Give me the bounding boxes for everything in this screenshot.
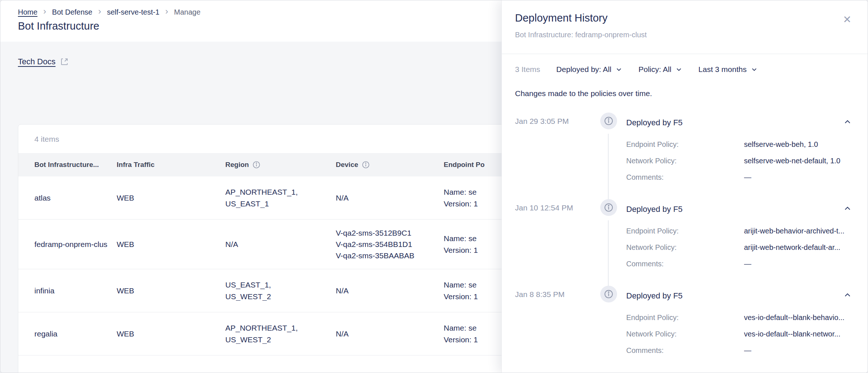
column-header-device[interactable]: Device: [327, 161, 435, 169]
cell-region: US_EAST_1,US_WEST_2: [217, 281, 327, 300]
detail-value: arijit-web-network-default-ar...: [744, 243, 854, 252]
cell-infra-traffic: WEB: [108, 330, 217, 338]
filters-row: 3 Items Deployed by: All Policy: All Las…: [515, 65, 854, 74]
cell-infra-traffic: WEB: [108, 194, 217, 202]
drawer-subtitle: Bot Infrastructure: fedramp-onprem-clust: [515, 31, 854, 39]
chevron-up-icon[interactable]: [842, 290, 853, 302]
detail-label: Endpoint Policy:: [626, 227, 744, 235]
close-icon[interactable]: ✕: [841, 13, 854, 26]
deployment-timeline: Jan 29 3:05 PM Deployed by F5 Endpoint: [515, 113, 854, 372]
entry-details: Endpoint Policy:selfserve-web-beh, 1.0 N…: [626, 129, 854, 199]
entry-details: Endpoint Policy:ves-io-default--blank-be…: [626, 302, 854, 372]
app-window: Home › Bot Defense › self-serve-test-1 ›…: [0, 0, 868, 373]
detail-label: Network Policy:: [626, 330, 744, 338]
detail-value: —: [744, 260, 854, 268]
entry-details: Endpoint Policy:arijit-web-behavior-arch…: [626, 216, 854, 286]
cell-device: V-qa2-sms-3512B9C1V-qa2-sms-354BB1D1V-qa…: [327, 229, 435, 260]
breadcrumb-separator-icon: ›: [165, 7, 168, 16]
entry-timestamp: Jan 8 8:35 PM: [515, 286, 591, 302]
cell-name: infinia: [18, 286, 108, 295]
timeline-entry: Jan 29 3:05 PM Deployed by F5 Endpoint: [515, 113, 854, 199]
chevron-down-icon: [676, 66, 682, 73]
chevron-down-icon: [751, 66, 758, 73]
drawer-body: 3 Items Deployed by: All Policy: All Las…: [502, 54, 868, 372]
detail-value: ves-io-default--blank-networ...: [744, 330, 854, 338]
cell-name: fedramp-onprem-clus: [18, 240, 108, 249]
drawer-header: Deployment History Bot Infrastructure: f…: [502, 0, 868, 54]
drawer-description: Changes made to the policies over time.: [515, 89, 854, 98]
detail-label: Endpoint Policy:: [626, 140, 744, 149]
external-link-icon: [60, 57, 69, 66]
detail-label: Endpoint Policy:: [626, 313, 744, 322]
cell-region: N/A: [217, 240, 327, 249]
info-icon[interactable]: [362, 161, 370, 169]
deployed-by-filter[interactable]: Deployed by: All: [556, 65, 623, 74]
breadcrumb-separator-icon: ›: [98, 7, 101, 16]
deployment-history-drawer: Deployment History Bot Infrastructure: f…: [501, 0, 868, 373]
cell-region: AP_NORTHEAST_1,US_WEST_2: [217, 324, 327, 343]
detail-value: selfserve-web-net-default, 1.0: [744, 157, 854, 165]
breadcrumb-bot-defense[interactable]: Bot Defense: [52, 8, 92, 16]
chevron-down-icon: [616, 66, 622, 73]
column-header-infra-traffic[interactable]: Infra Traffic: [108, 161, 217, 169]
info-icon[interactable]: [252, 161, 260, 169]
detail-value: —: [744, 173, 854, 182]
cell-device: N/A: [327, 286, 435, 295]
chevron-up-icon[interactable]: [842, 203, 853, 215]
entry-timestamp: Jan 10 12:54 PM: [515, 199, 591, 216]
chevron-up-icon[interactable]: [842, 117, 853, 129]
cell-device: N/A: [327, 194, 435, 202]
entry-title: Deployed by F5: [626, 118, 683, 127]
detail-value: selfserve-web-beh, 1.0: [744, 140, 854, 149]
cell-name: atlas: [18, 194, 108, 202]
entry-title: Deployed by F5: [626, 291, 683, 301]
breadcrumb-manage: Manage: [174, 8, 200, 16]
time-range-filter[interactable]: Last 3 months: [698, 65, 758, 74]
breadcrumb-self-serve-test[interactable]: self-serve-test-1: [107, 8, 159, 16]
detail-value: —: [744, 346, 854, 355]
column-header-bot-infrastructure[interactable]: Bot Infrastructure...: [18, 161, 108, 169]
timeline-entry: Jan 10 12:54 PM Deployed by F5 Endpoint: [515, 199, 854, 286]
deployment-info-icon: [600, 199, 617, 216]
cell-infra-traffic: WEB: [108, 240, 217, 249]
column-header-region[interactable]: Region: [217, 161, 327, 169]
cell-name: regalia: [18, 330, 108, 338]
entries-count: 3 Items: [515, 65, 540, 74]
timeline-entry: Jan 8 8:35 PM Deployed by F5 Endpoint P: [515, 286, 854, 372]
detail-label: Comments:: [626, 173, 744, 182]
breadcrumb-separator-icon: ›: [43, 7, 46, 16]
entry-title: Deployed by F5: [626, 205, 683, 214]
detail-value: ves-io-default--blank-behavio...: [744, 313, 854, 322]
cell-infra-traffic: WEB: [108, 286, 217, 295]
tech-docs-link[interactable]: Tech Docs: [18, 57, 56, 66]
detail-label: Network Policy:: [626, 157, 744, 165]
breadcrumb-home[interactable]: Home: [18, 8, 37, 16]
drawer-title: Deployment History: [515, 12, 854, 24]
policy-filter[interactable]: Policy: All: [638, 65, 682, 74]
deployment-info-icon: [600, 113, 617, 129]
cell-region: AP_NORTHEAST_1,US_EAST_1: [217, 188, 327, 208]
detail-label: Network Policy:: [626, 243, 744, 252]
detail-value: arijit-web-behavior-archived-t...: [744, 227, 854, 235]
detail-label: Comments:: [626, 346, 744, 355]
entry-timestamp: Jan 29 3:05 PM: [515, 113, 591, 129]
deployment-info-icon: [600, 286, 617, 302]
cell-device: N/A: [327, 330, 435, 338]
detail-label: Comments:: [626, 260, 744, 268]
